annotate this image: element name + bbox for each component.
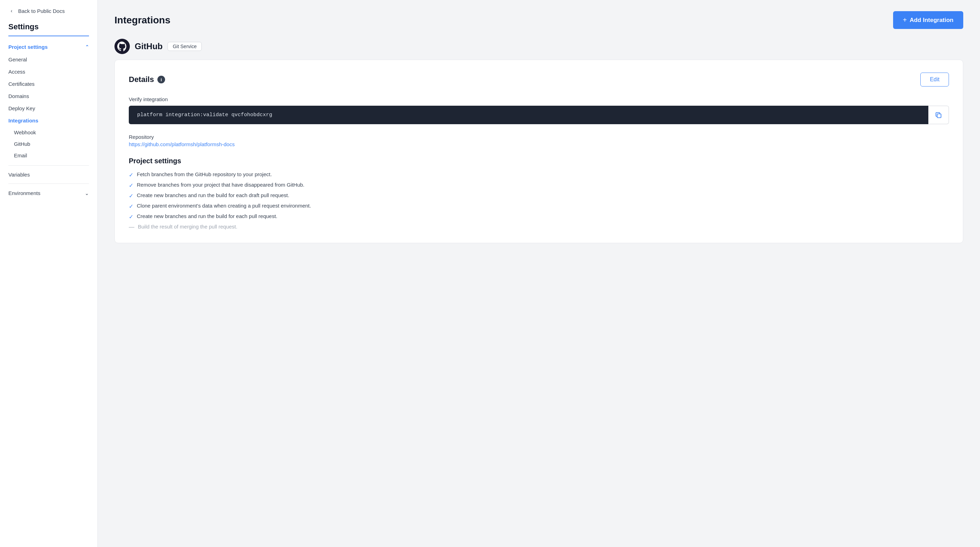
checklist-text: Clone parent environment’s data when cre… [137,203,311,208]
check-icon: ✓ [129,182,133,189]
main-header: Integrations + Add Integration [115,11,963,29]
svg-point-0 [115,39,130,54]
sidebar-title: Settings [0,19,97,36]
sidebar-item-integrations[interactable]: Integrations [0,114,97,127]
page-title: Integrations [115,15,170,26]
repo-label: Repository [129,134,949,140]
details-title-row: Details i [129,75,165,84]
sidebar-item-access[interactable]: Access [0,65,97,78]
github-logo-icon [115,39,130,54]
github-header: GitHub Git Service [115,39,963,54]
sidebar-item-domains[interactable]: Domains [0,90,97,102]
sidebar-item-general[interactable]: General [0,53,97,65]
details-header: Details i Edit [129,73,949,86]
sidebar-item-deploy-key[interactable]: Deploy Key [0,102,97,114]
sidebar: ‹ Back to Public Docs Settings Project s… [0,0,98,547]
checklist-text: Fetch branches from the GitHub repositor… [137,171,272,177]
github-title: GitHub [135,41,162,51]
sidebar-sub-webhook[interactable]: Webhook [0,127,97,138]
check-icon: ✓ [129,203,133,210]
copy-icon [935,111,942,119]
checklist-item-disabled: — Build the result of merging the pull r… [129,224,949,230]
project-settings-header[interactable]: Project settings ⌃ [0,40,97,53]
verify-label: Verify integration [129,96,949,102]
project-settings-section: Project settings ⌃ General Access Certif… [0,39,97,162]
checklist-item: ✓ Create new branches and run the build … [129,213,949,220]
code-block-row: platform integration:validate qvcfohobdc… [129,106,949,124]
back-link[interactable]: ‹ Back to Public Docs [0,0,97,19]
check-icon: ✓ [129,172,133,178]
check-icon: ✓ [129,213,133,220]
sidebar-item-environments[interactable]: Environments ⌄ [0,187,97,200]
chevron-down-icon: ⌄ [85,191,89,196]
checklist-item: ✓ Fetch branches from the GitHub reposit… [129,171,949,178]
add-integration-label: Add Integration [910,17,953,24]
copy-button[interactable] [928,106,949,124]
project-settings-label: Project settings [8,44,48,50]
details-title: Details [129,75,154,84]
sidebar-sub-github[interactable]: GitHub [0,138,97,149]
checklist-text: Create new branches and run the build fo… [137,213,277,219]
repo-link[interactable]: https://github.com/platformsh/platformsh… [129,141,949,147]
code-block: platform integration:validate qvcfohobdc… [129,106,928,124]
sidebar-item-certificates[interactable]: Certificates [0,78,97,90]
sidebar-section-divider [8,165,89,166]
plus-icon: + [903,16,907,24]
checklist-text: Build the result of merging the pull req… [138,224,237,229]
chevron-up-icon: ⌃ [85,44,89,49]
checklist-text: Remove branches from your project that h… [137,182,304,188]
checklist-item: ✓ Clone parent environment’s data when c… [129,203,949,210]
checklist-text: Create new branches and run the build fo… [137,192,290,198]
sidebar-divider [8,36,89,36]
sidebar-item-variables[interactable]: Variables [0,169,97,181]
details-card: Details i Edit Verify integration platfo… [115,60,963,243]
checklist: ✓ Fetch branches from the GitHub reposit… [129,171,949,230]
main-content: Integrations + Add Integration GitHub Gi… [98,0,980,547]
project-settings-subtitle: Project settings [129,157,949,165]
sidebar-section-divider-2 [8,183,89,184]
edit-button[interactable]: Edit [920,73,949,86]
chevron-left-icon: ‹ [8,8,15,14]
git-service-badge: Git Service [167,42,202,51]
dash-icon: — [129,224,134,230]
info-icon[interactable]: i [158,76,165,83]
sidebar-sub-email[interactable]: Email [0,149,97,161]
check-icon: ✓ [129,192,133,199]
back-label: Back to Public Docs [18,8,65,14]
checklist-item: ✓ Remove branches from your project that… [129,182,949,189]
add-integration-button[interactable]: + Add Integration [893,11,963,29]
svg-rect-1 [937,114,941,118]
checklist-item: ✓ Create new branches and run the build … [129,192,949,199]
